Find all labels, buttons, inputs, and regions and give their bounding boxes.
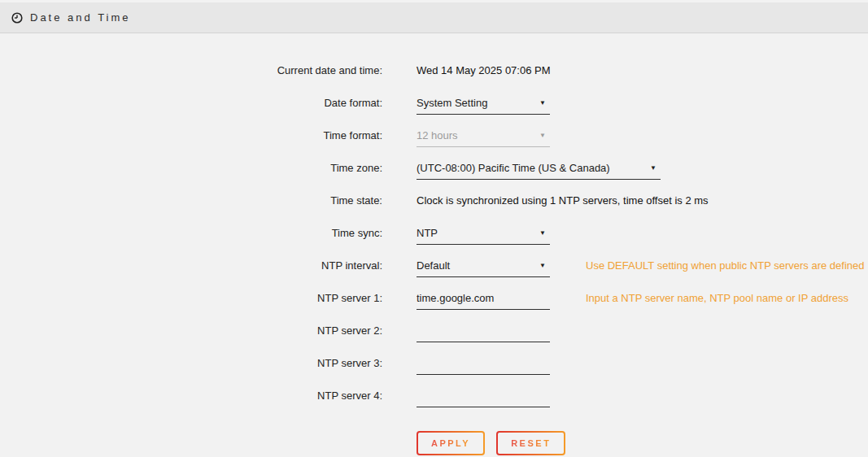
page-title: Date and Time <box>30 11 131 24</box>
time-format-select: 12 hours ▼ <box>417 128 550 147</box>
time-state-label: Time state: <box>0 193 382 207</box>
ntp-server-3-label: NTP server 3: <box>0 355 382 369</box>
ntp-server-4-input[interactable] <box>417 388 550 407</box>
reset-button[interactable]: RESET <box>496 431 565 455</box>
date-format-selected-value: System Setting <box>417 97 487 109</box>
apply-button-label: APPLY <box>431 438 470 448</box>
time-sync-select[interactable]: NTP ▼ <box>417 225 550 245</box>
ntp-interval-hint: Use DEFAULT setting when public NTP serv… <box>586 258 865 272</box>
ntp-interval-select[interactable]: Default ▼ <box>417 258 550 277</box>
apply-button[interactable]: APPLY <box>417 431 485 455</box>
ntp-server-1-input[interactable] <box>417 290 550 310</box>
time-zone-selected-value: (UTC-08:00) Pacific Time (US & Canada) <box>417 162 610 174</box>
field-row-time-state: Time state: Clock is synchronized using … <box>0 193 868 215</box>
button-row: APPLY RESET <box>417 431 868 455</box>
field-row-time-zone: Time zone: (UTC-08:00) Pacific Time (US … <box>0 160 868 183</box>
time-sync-selected-value: NTP <box>417 227 438 239</box>
time-sync-label: Time sync: <box>0 225 382 239</box>
ntp-server-2-input[interactable] <box>417 323 550 342</box>
field-row-ntp-server-3: NTP server 3: <box>0 355 868 378</box>
time-format-label: Time format: <box>0 128 382 141</box>
date-format-select[interactable]: System Setting ▼ <box>417 95 550 115</box>
time-format-selected-value: 12 hours <box>417 129 458 141</box>
current-datetime-value: Wed 14 May 2025 07:06 PM <box>417 63 551 76</box>
ntp-server-3-input[interactable] <box>417 355 550 375</box>
chevron-down-icon: ▼ <box>539 260 550 271</box>
ntp-interval-label: NTP interval: <box>0 258 382 272</box>
field-row-ntp-server-1: NTP server 1: Input a NTP server name, N… <box>0 290 868 313</box>
chevron-down-icon: ▼ <box>539 98 550 108</box>
reset-button-label: RESET <box>511 438 551 448</box>
current-datetime-label: Current date and time: <box>0 63 382 76</box>
time-zone-label: Time zone: <box>0 160 382 174</box>
chevron-down-icon: ▼ <box>539 130 550 141</box>
time-state-value: Clock is synchronized using 1 NTP server… <box>417 193 709 207</box>
field-row-ntp-server-4: NTP server 4: <box>0 388 868 411</box>
ntp-server-4-label: NTP server 4: <box>0 388 382 402</box>
ntp-interval-selected-value: Default <box>417 259 450 272</box>
time-zone-select[interactable]: (UTC-08:00) Pacific Time (US & Canada) ▼ <box>417 160 661 180</box>
ntp-server-1-label: NTP server 1: <box>0 290 382 304</box>
field-row-time-format: Time format: 12 hours ▼ <box>0 128 868 150</box>
field-row-date-format: Date format: System Setting ▼ <box>0 95 868 118</box>
chevron-down-icon: ▼ <box>650 163 661 173</box>
field-row-current-datetime: Current date and time: Wed 14 May 2025 0… <box>0 63 868 85</box>
field-row-ntp-server-2: NTP server 2: <box>0 323 868 346</box>
date-time-form: Current date and time: Wed 14 May 2025 0… <box>0 33 868 455</box>
field-row-time-sync: Time sync: NTP ▼ <box>0 225 868 248</box>
ntp-server-1-hint: Input a NTP server name, NTP pool name o… <box>586 290 848 304</box>
date-format-label: Date format: <box>0 95 382 109</box>
clock-icon <box>11 12 23 24</box>
chevron-down-icon: ▼ <box>539 228 550 238</box>
ntp-server-2-label: NTP server 2: <box>0 323 382 337</box>
field-row-ntp-interval: NTP interval: Default ▼ Use DEFAULT sett… <box>0 258 868 281</box>
section-header: Date and Time <box>0 2 868 33</box>
